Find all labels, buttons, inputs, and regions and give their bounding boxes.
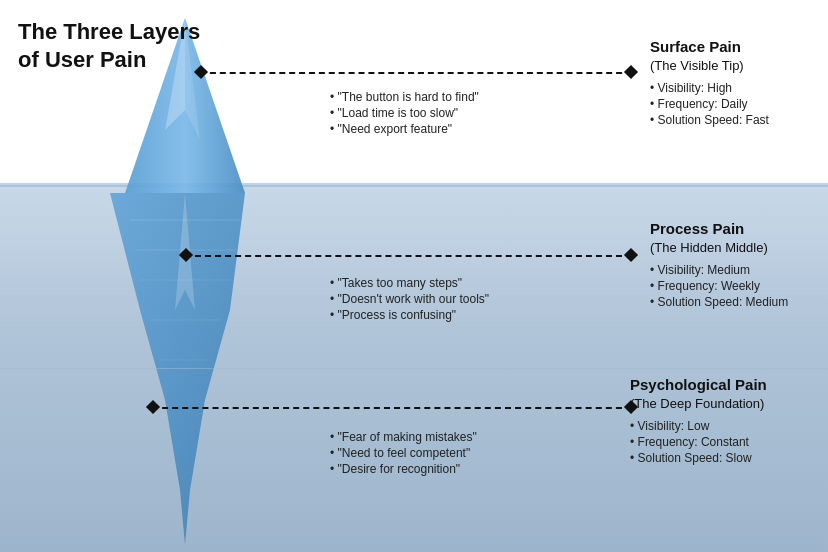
psychological-pain-title: Psychological Pain: [630, 376, 810, 393]
psychological-bullets: "Fear of making mistakes" "Need to feel …: [330, 422, 477, 478]
psychological-bullet-3: "Desire for recognition": [330, 462, 477, 476]
process-bullet-list: "Takes too many steps" "Doesn't work wit…: [330, 276, 489, 322]
psychological-stat-1: Visibility: Low: [630, 419, 810, 433]
psychological-stats-block: Psychological Pain (The Deep Foundation)…: [630, 376, 810, 467]
psychological-pain-subtitle: (The Deep Foundation): [630, 396, 810, 411]
surface-bullet-list: "The button is hard to find" "Load time …: [330, 90, 479, 136]
surface-bullet-3: "Need export feature": [330, 122, 479, 136]
surface-stat-2: Frequency: Daily: [650, 97, 810, 111]
process-stats-block: Process Pain (The Hidden Middle) Visibil…: [650, 220, 810, 311]
process-bullet-3: "Process is confusing": [330, 308, 489, 322]
process-pain-subtitle: (The Hidden Middle): [650, 240, 810, 255]
surface-stats-list: Visibility: High Frequency: Daily Soluti…: [650, 81, 810, 127]
psychological-bullet-list: "Fear of making mistakes" "Need to feel …: [330, 430, 477, 476]
process-stats-list: Visibility: Medium Frequency: Weekly Sol…: [650, 263, 810, 309]
process-bullet-2: "Doesn't work with our tools": [330, 292, 489, 306]
process-stat-2: Frequency: Weekly: [650, 279, 810, 293]
svg-marker-5: [110, 193, 245, 545]
page-title: The Three Layers of User Pain: [18, 18, 200, 73]
surface-stat-3: Solution Speed: Fast: [650, 113, 810, 127]
psychological-stat-2: Frequency: Constant: [630, 435, 810, 449]
line-psychological: [152, 407, 632, 409]
surface-bullets: "The button is hard to find" "Load time …: [330, 82, 479, 138]
process-bullet-1: "Takes too many steps": [330, 276, 489, 290]
surface-pain-subtitle: (The Visible Tip): [650, 58, 810, 73]
psychological-bullet-1: "Fear of making mistakes": [330, 430, 477, 444]
line-process: [185, 255, 632, 257]
psychological-stat-3: Solution Speed: Slow: [630, 451, 810, 465]
surface-bullet-2: "Load time is too slow": [330, 106, 479, 120]
iceberg-illustration: [30, 10, 340, 550]
psychological-stats-list: Visibility: Low Frequency: Constant Solu…: [630, 419, 810, 465]
process-bullets: "Takes too many steps" "Doesn't work wit…: [330, 268, 489, 324]
process-pain-title: Process Pain: [650, 220, 810, 237]
surface-bullet-1: "The button is hard to find": [330, 90, 479, 104]
line-surface: [200, 72, 632, 74]
surface-stat-1: Visibility: High: [650, 81, 810, 95]
process-stat-3: Solution Speed: Medium: [650, 295, 810, 309]
process-stat-1: Visibility: Medium: [650, 263, 810, 277]
surface-pain-title: Surface Pain: [650, 38, 810, 55]
surface-stats-block: Surface Pain (The Visible Tip) Visibilit…: [650, 38, 810, 129]
section-divider-2: [0, 368, 828, 369]
psychological-bullet-2: "Need to feel competent": [330, 446, 477, 460]
